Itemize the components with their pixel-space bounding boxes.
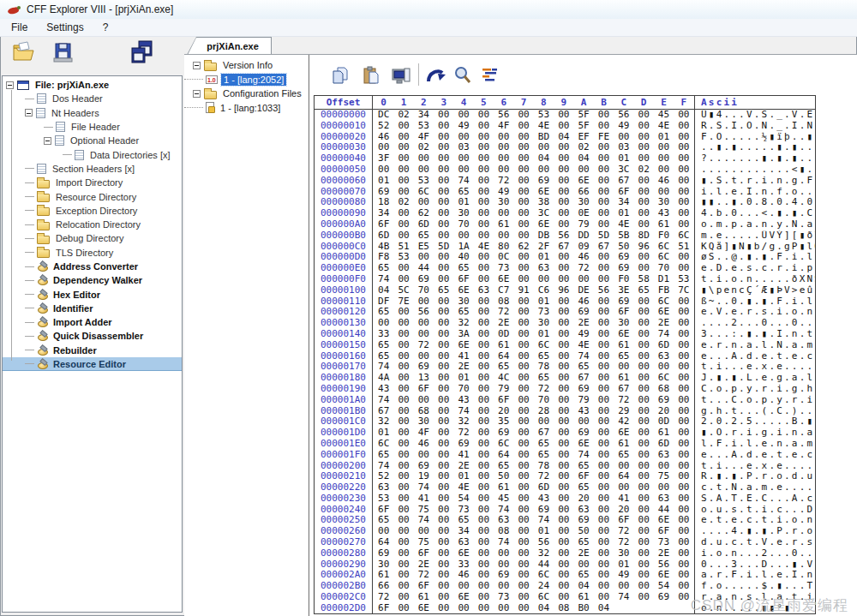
byte-value[interactable]: 00 [513, 428, 533, 439]
byte-value[interactable]: 63 [474, 285, 494, 296]
menu-file[interactable]: File [2, 20, 37, 35]
byte-value[interactable]: 00 [474, 219, 494, 230]
ascii-cell[interactable]: KQå]▮N▮b/g.gP▮lQ [695, 242, 815, 253]
byte-value[interactable]: 00 [474, 110, 494, 121]
byte-cells[interactable]: 045C70656E63C791C696DE563E65FB7C [373, 285, 695, 296]
byte-value[interactable]: 00 [554, 219, 573, 230]
byte-value[interactable]: 65 [573, 482, 593, 493]
byte-value[interactable]: 45 [494, 493, 513, 505]
byte-value[interactable]: 00 [594, 537, 614, 548]
byte-value[interactable]: 69 [453, 439, 473, 450]
byte-value[interactable]: 72 [614, 537, 633, 548]
byte-value[interactable]: 5F [573, 121, 593, 132]
byte-value[interactable]: 00 [393, 592, 413, 603]
byte-value[interactable]: 4A [374, 373, 393, 384]
minus-expander-icon[interactable] [44, 137, 51, 145]
byte-value[interactable]: 65 [614, 450, 633, 461]
byte-cells[interactable]: 720061006E0073006C00610074006900 [373, 592, 695, 603]
byte-value[interactable]: 00 [453, 110, 473, 121]
save-file-icon[interactable] [51, 41, 75, 65]
byte-value[interactable]: DD [573, 230, 593, 242]
byte-value[interactable]: 00 [554, 340, 573, 351]
byte-value[interactable]: 34 [414, 110, 434, 121]
byte-value[interactable]: 00 [434, 395, 453, 406]
byte-value[interactable]: 00 [434, 493, 453, 505]
resource-strings-icon[interactable] [480, 65, 500, 86]
byte-value[interactable]: 53 [414, 176, 434, 187]
byte-value[interactable]: 00 [554, 164, 573, 176]
offset-cell[interactable]: 000001E0 [315, 439, 373, 450]
hex-row[interactable]: 000000A06F006D00700061006E0079004E006100… [315, 219, 815, 230]
byte-value[interactable]: 00 [513, 340, 533, 351]
byte-value[interactable]: 00 [474, 493, 494, 505]
byte-value[interactable]: 00 [513, 384, 533, 395]
byte-value[interactable]: 74 [374, 395, 393, 406]
byte-value[interactable]: 00 [393, 537, 413, 548]
offset-cell[interactable]: 00000000 [315, 110, 373, 121]
byte-value[interactable]: 00 [474, 395, 494, 406]
hex-row[interactable]: 000001E06C00460069006C0065006E0061006D00… [315, 439, 815, 450]
ascii-cell[interactable]: 0...3...D...▮.V. [695, 559, 815, 571]
byte-value[interactable]: 00 [513, 176, 533, 187]
byte-value[interactable]: 00 [674, 493, 693, 505]
byte-value[interactable]: 49 [453, 121, 473, 132]
offset-cell[interactable]: 000001A0 [315, 395, 373, 406]
byte-value[interactable]: 53 [534, 110, 554, 121]
file-tree-item[interactable]: Rebuilder [3, 344, 182, 357]
offset-cell[interactable]: 00000230 [315, 493, 373, 505]
byte-value[interactable]: 00 [494, 548, 513, 559]
byte-value[interactable]: 4E [614, 219, 633, 230]
resource-tree-item-lang-2052[interactable]: 1 - [lang:2052] [184, 73, 309, 87]
byte-value[interactable]: 79 [573, 219, 593, 230]
byte-value[interactable]: 74 [453, 176, 473, 187]
byte-value[interactable]: 00 [393, 493, 413, 505]
byte-value[interactable]: 00 [393, 384, 413, 395]
document-tab[interactable]: prjXiAn.exe [187, 37, 272, 55]
byte-value[interactable]: 00 [633, 428, 653, 439]
hex-row[interactable]: 00000100045C70656E63C791C696DE563E65FB7C… [315, 285, 815, 296]
byte-value[interactable]: 00 [434, 230, 453, 242]
byte-value[interactable]: 00 [393, 373, 413, 384]
byte-value[interactable]: 00 [554, 121, 573, 132]
byte-value[interactable]: 00 [594, 439, 614, 450]
byte-value[interactable]: 00 [474, 592, 494, 603]
byte-value[interactable]: 00 [434, 450, 453, 461]
file-tree-item[interactable]: File Header [3, 120, 182, 134]
byte-value[interactable]: 00 [434, 121, 453, 132]
byte-value[interactable]: 00 [453, 164, 473, 176]
byte-value[interactable]: B0 [573, 603, 593, 614]
byte-value[interactable]: 00 [594, 395, 614, 406]
byte-value[interactable]: 01 [374, 176, 393, 187]
byte-value[interactable]: 00 [554, 274, 573, 285]
byte-value[interactable]: 70 [534, 395, 554, 406]
tree-item-label-selected[interactable]: 1 - [lang:2052] [221, 74, 286, 86]
byte-value[interactable]: 00 [434, 439, 453, 450]
byte-value[interactable]: 5D [594, 230, 614, 242]
byte-value[interactable]: 6F [414, 384, 434, 395]
byte-value[interactable]: 5F [573, 110, 593, 121]
byte-value[interactable]: 00 [674, 340, 693, 351]
ascii-cell[interactable]: R.S.I.O.N._.I.N. [695, 121, 815, 132]
byte-value[interactable]: 79 [494, 384, 513, 395]
minus-expander-icon[interactable] [25, 109, 33, 117]
byte-value[interactable]: 00 [494, 164, 513, 176]
byte-value[interactable]: 53 [374, 493, 393, 505]
byte-value[interactable]: 4F [494, 121, 513, 132]
byte-value[interactable]: 00 [474, 373, 494, 384]
byte-value[interactable]: 00 [594, 548, 614, 559]
offset-cell[interactable]: 00000180 [315, 373, 373, 384]
byte-value[interactable]: 01 [374, 428, 393, 439]
byte-value[interactable]: 00 [594, 384, 614, 395]
byte-value[interactable]: 00 [393, 395, 413, 406]
byte-value[interactable]: 00 [393, 428, 413, 439]
byte-value[interactable]: 00 [674, 439, 693, 450]
byte-value[interactable]: 00 [513, 493, 533, 505]
byte-value[interactable]: 56 [614, 110, 633, 121]
byte-value[interactable]: 00 [633, 439, 653, 450]
byte-value[interactable]: C7 [494, 285, 513, 296]
byte-value[interactable]: 46 [654, 176, 674, 187]
byte-value[interactable]: 00 [674, 121, 693, 132]
byte-value[interactable]: 00 [474, 274, 494, 285]
byte-value[interactable]: 6D [534, 482, 554, 493]
byte-value[interactable]: 69 [654, 395, 674, 406]
